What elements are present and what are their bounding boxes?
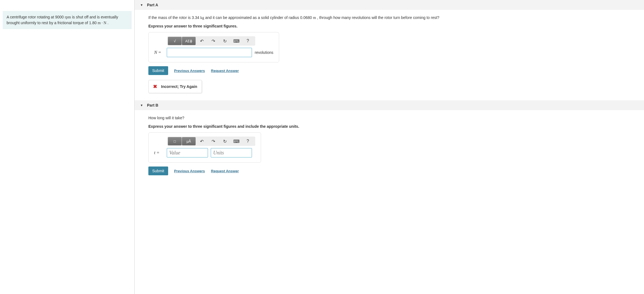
unit-mn: m · N xyxy=(98,21,107,25)
templates-button[interactable]: □ xyxy=(168,137,182,145)
part-b-header[interactable]: ▼ Part B xyxy=(135,100,644,110)
part-a-toolbar: √ ΑΣϕ ↶ ↷ ↻ ⌨ ? xyxy=(167,36,255,46)
keyboard-button[interactable]: ⌨ xyxy=(231,37,242,45)
undo-button[interactable]: ↶ xyxy=(196,37,207,45)
part-b-section: ▼ Part B How long will it take? Express … xyxy=(135,100,644,185)
part-a-feedback: ✖ Incorrect; Try Again xyxy=(148,80,202,93)
part-b-answer-block: □ μÅ ↶ ↷ ↻ ⌨ ? t = xyxy=(148,132,261,163)
unit-m: m xyxy=(313,16,316,20)
unit-rpm: rpm xyxy=(65,15,71,19)
part-a-var-label: N = xyxy=(154,50,164,55)
part-a-question: If the mass of the rotor is 3.34 kg and … xyxy=(148,15,644,21)
undo-button[interactable]: ↶ xyxy=(196,137,207,145)
part-a-unit-suffix: revolutions xyxy=(255,50,273,55)
keyboard-button[interactable]: ⌨ xyxy=(231,137,242,145)
part-a-section: ▼ Part A If the mass of the rotor is 3.3… xyxy=(135,0,644,98)
part-a-submit-button[interactable]: Submit xyxy=(148,66,168,75)
part-a-header[interactable]: ▼ Part A xyxy=(135,0,644,10)
problem-text-1: A centrifuge rotor rotating at 9000 xyxy=(7,15,65,19)
problem-text-3: . xyxy=(106,21,109,25)
part-b-instruction: Express your answer to three significant… xyxy=(148,124,644,129)
chevron-down-icon: ▼ xyxy=(140,3,143,7)
part-a-request-answer-link[interactable]: Request Answer xyxy=(211,69,239,73)
part-b-title: Part B xyxy=(147,103,158,107)
unit-kg: kg xyxy=(200,16,204,20)
part-a-previous-answers-link[interactable]: Previous Answers xyxy=(174,69,205,73)
reset-button[interactable]: ↻ xyxy=(219,37,231,45)
part-b-toolbar: □ μÅ ↶ ↷ ↻ ⌨ ? xyxy=(167,137,255,146)
part-b-submit-button[interactable]: Submit xyxy=(148,167,168,175)
part-b-value-input[interactable] xyxy=(167,148,208,157)
units-button[interactable]: μÅ xyxy=(182,137,196,145)
part-a-answer-block: √ ΑΣϕ ↶ ↷ ↻ ⌨ ? N = revolutions xyxy=(148,32,279,62)
part-b-previous-answers-link[interactable]: Previous Answers xyxy=(174,169,205,173)
part-b-question: How long will it take? xyxy=(148,115,644,121)
part-a-instruction: Express your answer to three significant… xyxy=(148,24,644,28)
redo-button[interactable]: ↷ xyxy=(207,137,219,145)
part-a-feedback-msg: Incorrect; Try Again xyxy=(161,84,197,89)
chevron-down-icon: ▼ xyxy=(140,104,143,107)
help-button[interactable]: ? xyxy=(242,37,254,45)
part-a-title: Part A xyxy=(147,3,158,7)
greek-button[interactable]: ΑΣϕ xyxy=(182,37,196,45)
part-b-request-answer-link[interactable]: Request Answer xyxy=(211,169,239,173)
part-b-var-label: t = xyxy=(154,150,164,155)
redo-button[interactable]: ↷ xyxy=(207,37,219,45)
incorrect-icon: ✖ xyxy=(153,84,157,90)
part-b-units-input[interactable] xyxy=(211,148,252,157)
reset-button[interactable]: ↻ xyxy=(219,137,231,145)
problem-statement: A centrifuge rotor rotating at 9000 rpm … xyxy=(3,11,132,29)
help-button[interactable]: ? xyxy=(242,137,254,145)
part-a-answer-input[interactable] xyxy=(167,48,252,57)
templates-button[interactable]: √ xyxy=(168,37,182,45)
